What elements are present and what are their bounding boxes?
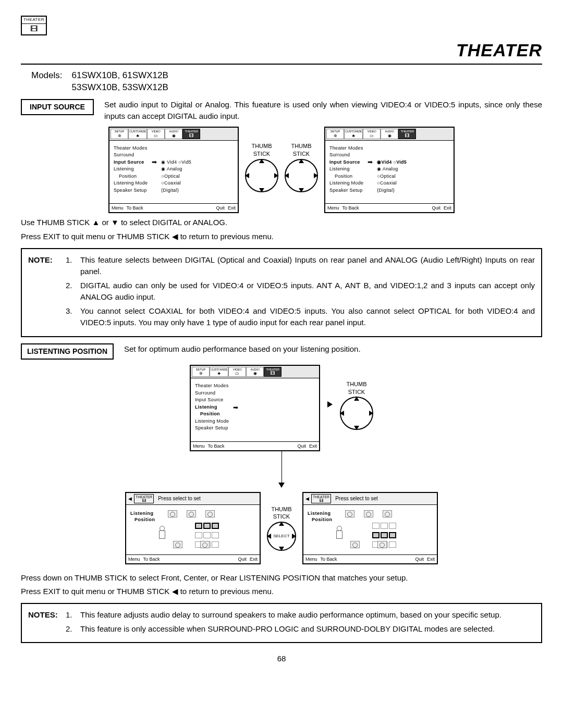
input-source-diagram: SETUP⊕ CUSTOMIZE♣ VIDEO▭ AUDIO◉ THEATER🎞… [21, 127, 542, 213]
page-title: THEATER [456, 40, 542, 60]
tab-setup: SETUP⊕ [111, 129, 128, 139]
input-source-instr-2: Press EXIT to quit menu or THUMB STICK ◀… [21, 231, 542, 242]
theater-badge-icon: THEATER 🎞 [21, 16, 47, 35]
listening-position-desc: Set for optimum audio performance based … [124, 343, 361, 355]
thumb-stick-2: THUMB STICK [285, 142, 318, 192]
tab-audio: AUDIO◉ [165, 129, 182, 139]
position-osd-b: ◀ THEATER🎞 Press select to set Listening… [302, 492, 438, 564]
arrow-right-icon [327, 401, 333, 408]
models-line1: 61SWX10B, 61SWX12B [72, 70, 168, 82]
models-block: Models: 61SWX10B, 61SWX12B Models: 53SWX… [31, 70, 542, 94]
osd-panel-a: SETUP⊕ CUSTOMIZE♣ VIDEO▭ AUDIO◉ THEATER🎞… [108, 127, 239, 213]
listening-instr-1: Press down on THUMB STICK to select Fron… [21, 573, 542, 583]
listening-thumbstick: THUMB STICK [340, 380, 373, 430]
arrow-down-icon [278, 483, 285, 488]
tab-customize: CUSTOMIZE♣ [128, 129, 147, 139]
thumb-stick-1: THUMB STICK [245, 142, 278, 192]
tab-video: VIDEO▭ [147, 129, 165, 139]
input-source-desc: Set audio input to Digital or Analog. Th… [104, 99, 542, 122]
models-label: Models: [31, 70, 63, 82]
page-title-row: THEATER [21, 39, 542, 65]
room-layout-a [158, 510, 256, 548]
input-source-instr-1: Use THUMB STICK ▲ or ▼ to select DIGITAL… [21, 217, 542, 228]
listening-position-label: LISTENTING POSITION [21, 343, 114, 360]
listening-position-panels: ◀ THEATER🎞 Press select to set Listening… [21, 492, 542, 564]
page-number: 68 [21, 653, 542, 664]
listening-notes: NOTES: 1. This feature adjusts audio del… [21, 603, 542, 643]
models-line2: 53SWX10B, 53SWX12B [72, 82, 168, 94]
input-source-note: NOTE: 1. This feature selects between DI… [21, 248, 542, 337]
room-layout-b [336, 510, 433, 548]
tab-theater: THEATER🎞 [182, 129, 200, 139]
input-source-label: INPUT SOURCE [21, 99, 94, 115]
thumbstick-select: THUMB STICK SELECT [267, 505, 296, 551]
pointer-icon: ➡ [152, 145, 157, 194]
listening-osd: SETUP⊕ CUSTOMIZE♣ VIDEO▭ AUDIO◉ THEATER🎞… [190, 365, 320, 451]
listening-instr-2: Press EXIT to quit menu or THUMB STICK ◀… [21, 586, 542, 597]
position-osd-a: ◀ THEATER🎞 Press select to set Listening… [125, 492, 261, 564]
osd-panel-b: SETUP⊕ CUSTOMIZE♣ VIDEO▭ AUDIO◉ THEATER🎞… [324, 127, 455, 213]
